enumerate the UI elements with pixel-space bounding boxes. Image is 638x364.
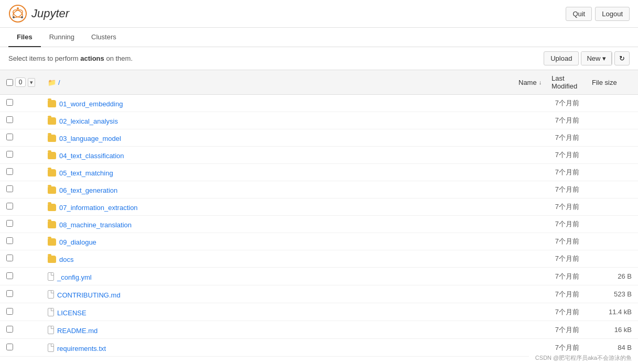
modified-cell: 7个月前	[512, 268, 586, 285]
file-icon	[48, 326, 54, 334]
svg-point-3	[17, 7, 19, 9]
sort-arrow-icon: ↓	[539, 79, 542, 85]
modified-cell: 7个月前	[512, 129, 586, 147]
modified-cell: 7个月前	[512, 233, 586, 250]
folder-link[interactable]: 09_dialogue	[59, 238, 96, 246]
row-checkbox[interactable]	[6, 326, 13, 333]
logout-button[interactable]: Logout	[595, 7, 630, 21]
folder-link[interactable]: 03_language_model	[59, 135, 121, 142]
modified-cell: 7个月前	[512, 147, 586, 164]
actions-text: actions	[80, 54, 104, 62]
file-link[interactable]: LICENSE	[57, 309, 86, 317]
row-checkbox[interactable]	[6, 220, 13, 227]
quit-button[interactable]: Quit	[566, 7, 592, 21]
size-column-header: File size	[586, 70, 638, 95]
select-dropdown-arrow[interactable]: ▾	[28, 78, 35, 87]
folder-link[interactable]: 07_information_extraction	[59, 204, 138, 212]
new-button[interactable]: New ▾	[581, 51, 612, 65]
file-link[interactable]: CONTRIBUTING.md	[57, 291, 121, 299]
modified-label: Last Modified	[552, 74, 579, 90]
upload-button[interactable]: Upload	[544, 51, 579, 65]
file-link[interactable]: README.md	[57, 327, 98, 335]
modified-cell: 7个月前	[512, 181, 586, 198]
selected-count: 0	[15, 78, 26, 87]
refresh-button[interactable]: ↻	[614, 51, 630, 65]
folder-link[interactable]: 08_machine_translation	[59, 221, 132, 229]
breadcrumb: 📁 /	[48, 79, 506, 86]
size-cell	[586, 216, 638, 233]
size-cell	[586, 164, 638, 181]
modified-cell: 7个月前	[512, 164, 586, 181]
header-buttons: Quit Logout	[566, 7, 630, 21]
folder-icon	[48, 100, 56, 107]
size-cell	[586, 250, 638, 268]
row-checkbox[interactable]	[6, 237, 13, 244]
folder-icon	[48, 186, 56, 194]
row-checkbox[interactable]	[6, 255, 13, 261]
folder-link[interactable]: 04_text_classification	[59, 152, 124, 160]
table-header-row: 0 ▾ 📁 / Name ↓ Last Modified	[0, 70, 638, 95]
size-cell: 523 B	[586, 285, 638, 303]
file-list: 01_word_embedding7个月前02_lexical_analysis…	[0, 95, 638, 357]
row-checkbox[interactable]	[6, 203, 13, 209]
size-cell	[586, 95, 638, 112]
modified-cell: 7个月前	[512, 95, 586, 112]
folder-link[interactable]: 06_text_generation	[59, 186, 117, 194]
select-all-header: 0 ▾	[0, 70, 41, 95]
header: Jupyter Quit Logout	[0, 0, 638, 28]
modified-column-header: Name ↓ Last Modified	[512, 70, 586, 95]
table-row: _config.yml7个月前26 B	[0, 268, 638, 285]
tab-running[interactable]: Running	[41, 28, 83, 47]
modified-cell: 7个月前	[512, 198, 586, 216]
row-checkbox[interactable]	[6, 168, 13, 175]
tab-files[interactable]: Files	[8, 28, 41, 47]
folder-icon	[48, 169, 56, 177]
modified-cell: 7个月前	[512, 112, 586, 129]
modified-cell: 7个月前	[512, 321, 586, 339]
folder-link[interactable]: 02_lexical_analysis	[59, 117, 118, 125]
row-checkbox[interactable]	[6, 272, 13, 279]
row-checkbox[interactable]	[6, 344, 13, 350]
folder-icon	[48, 238, 56, 246]
folder-icon	[48, 204, 56, 211]
toolbar-actions: Upload New ▾ ↻	[544, 51, 630, 65]
file-link[interactable]: _config.yml	[57, 273, 92, 281]
row-checkbox[interactable]	[6, 185, 13, 192]
file-table: 0 ▾ 📁 / Name ↓ Last Modified	[0, 70, 638, 357]
folder-icon	[48, 152, 56, 159]
toolbar: Select items to perform actions on them.…	[0, 47, 638, 70]
table-row: docs7个月前	[0, 250, 638, 268]
breadcrumb-home-link[interactable]: /	[58, 79, 60, 86]
table-row: README.md7个月前16 kB	[0, 321, 638, 339]
table-row: LICENSE7个月前11.4 kB	[0, 303, 638, 321]
footer-text: CSDN @肥宅程序员aka不会游泳的鱼	[535, 355, 632, 357]
folder-link[interactable]: docs	[59, 256, 73, 263]
jupyter-logo-icon	[8, 4, 27, 23]
row-checkbox[interactable]	[6, 116, 13, 123]
folder-link[interactable]: 05_text_matching	[59, 169, 113, 177]
table-row: 05_text_matching7个月前	[0, 164, 638, 181]
logo-text: Jupyter	[31, 7, 69, 20]
folder-link[interactable]: 01_word_embedding	[59, 100, 123, 108]
size-cell	[586, 112, 638, 129]
folder-icon	[48, 135, 56, 142]
tabs-bar: Files Running Clusters	[0, 28, 638, 47]
table-row: 09_dialogue7个月前	[0, 233, 638, 250]
row-checkbox[interactable]	[6, 151, 13, 158]
tab-clusters[interactable]: Clusters	[83, 28, 125, 47]
select-all-checkbox[interactable]	[6, 79, 13, 86]
file-icon	[48, 344, 54, 352]
modified-cell: 7个月前	[512, 216, 586, 233]
new-button-label: New ▾	[581, 52, 612, 65]
row-checkbox[interactable]	[6, 99, 13, 106]
row-checkbox[interactable]	[6, 308, 13, 315]
file-link[interactable]: requirements.txt	[57, 345, 106, 352]
footer: CSDN @肥宅程序员aka不会游泳的鱼	[529, 352, 638, 357]
row-checkbox[interactable]	[6, 134, 13, 140]
size-cell	[586, 181, 638, 198]
size-cell: 26 B	[586, 268, 638, 285]
name-column-header: 📁 /	[41, 70, 512, 95]
size-cell: 16 kB	[586, 321, 638, 339]
row-checkbox[interactable]	[6, 290, 13, 297]
checkbox-area: 0 ▾	[6, 78, 35, 87]
